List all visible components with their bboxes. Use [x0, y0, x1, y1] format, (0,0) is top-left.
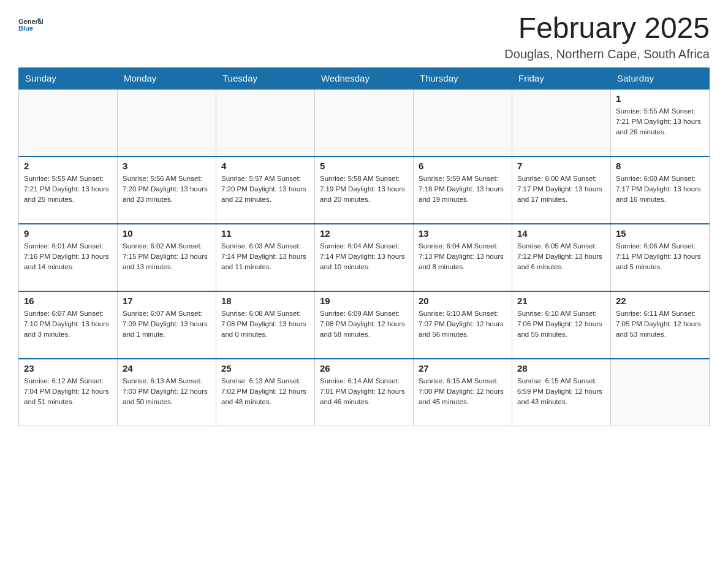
day-number: 10 — [123, 228, 211, 239]
logo: General Blue — [18, 12, 43, 37]
day-number: 6 — [419, 161, 507, 171]
calendar-cell: 20Sunrise: 6:10 AM Sunset: 7:07 PM Dayli… — [414, 291, 512, 359]
day-number: 1 — [616, 93, 704, 104]
calendar-cell: 13Sunrise: 6:04 AM Sunset: 7:13 PM Dayli… — [414, 224, 512, 291]
calendar-week-row: 9Sunrise: 6:01 AM Sunset: 7:16 PM Daylig… — [19, 224, 710, 291]
calendar-cell: 27Sunrise: 6:15 AM Sunset: 7:00 PM Dayli… — [414, 359, 512, 426]
day-number: 24 — [123, 363, 211, 373]
calendar-day-header: Saturday — [611, 67, 710, 89]
day-info: Sunrise: 6:15 AM Sunset: 6:59 PM Dayligh… — [517, 376, 605, 408]
calendar-cell: 12Sunrise: 6:04 AM Sunset: 7:14 PM Dayli… — [315, 224, 414, 291]
calendar-header-row: SundayMondayTuesdayWednesdayThursdayFrid… — [19, 67, 710, 89]
day-info: Sunrise: 6:04 AM Sunset: 7:13 PM Dayligh… — [419, 241, 507, 273]
month-title: February 2025 — [504, 12, 710, 45]
day-number: 21 — [517, 296, 605, 306]
day-number: 28 — [517, 363, 605, 373]
day-info: Sunrise: 6:00 AM Sunset: 7:17 PM Dayligh… — [517, 174, 605, 205]
day-info: Sunrise: 6:07 AM Sunset: 7:09 PM Dayligh… — [123, 308, 211, 340]
day-info: Sunrise: 6:05 AM Sunset: 7:12 PM Dayligh… — [517, 241, 605, 273]
day-info: Sunrise: 6:13 AM Sunset: 7:02 PM Dayligh… — [221, 376, 309, 408]
day-number: 7 — [517, 161, 605, 171]
day-info: Sunrise: 6:12 AM Sunset: 7:04 PM Dayligh… — [24, 376, 112, 408]
calendar-day-header: Tuesday — [216, 67, 315, 89]
day-info: Sunrise: 5:55 AM Sunset: 7:21 PM Dayligh… — [24, 174, 112, 205]
calendar-day-header: Wednesday — [315, 67, 414, 89]
calendar-cell: 11Sunrise: 6:03 AM Sunset: 7:14 PM Dayli… — [216, 224, 315, 291]
calendar-cell: 24Sunrise: 6:13 AM Sunset: 7:03 PM Dayli… — [118, 359, 216, 426]
calendar-table: SundayMondayTuesdayWednesdayThursdayFrid… — [18, 67, 710, 427]
calendar-cell — [315, 89, 414, 156]
calendar-cell: 5Sunrise: 5:58 AM Sunset: 7:19 PM Daylig… — [315, 156, 414, 224]
calendar-cell: 6Sunrise: 5:59 AM Sunset: 7:18 PM Daylig… — [414, 156, 512, 224]
calendar-cell — [19, 89, 118, 156]
calendar-cell: 9Sunrise: 6:01 AM Sunset: 7:16 PM Daylig… — [19, 224, 118, 291]
day-info: Sunrise: 6:02 AM Sunset: 7:15 PM Dayligh… — [123, 241, 211, 273]
calendar-cell: 26Sunrise: 6:14 AM Sunset: 7:01 PM Dayli… — [315, 359, 414, 426]
day-info: Sunrise: 6:03 AM Sunset: 7:14 PM Dayligh… — [221, 241, 309, 273]
day-info: Sunrise: 6:10 AM Sunset: 7:06 PM Dayligh… — [517, 308, 605, 340]
calendar-cell: 1Sunrise: 5:55 AM Sunset: 7:21 PM Daylig… — [611, 89, 710, 156]
calendar-cell: 22Sunrise: 6:11 AM Sunset: 7:05 PM Dayli… — [611, 291, 710, 359]
day-info: Sunrise: 5:56 AM Sunset: 7:20 PM Dayligh… — [123, 174, 211, 205]
calendar-cell: 8Sunrise: 6:00 AM Sunset: 7:17 PM Daylig… — [611, 156, 710, 224]
page-header: General Blue February 2025 Douglas, Nort… — [18, 12, 710, 61]
day-info: Sunrise: 6:07 AM Sunset: 7:10 PM Dayligh… — [24, 308, 112, 340]
logo-svg: General Blue — [18, 12, 43, 37]
day-info: Sunrise: 5:55 AM Sunset: 7:21 PM Dayligh… — [616, 106, 704, 138]
day-info: Sunrise: 6:15 AM Sunset: 7:00 PM Dayligh… — [419, 376, 507, 408]
day-number: 12 — [320, 228, 408, 239]
day-number: 5 — [320, 161, 408, 171]
day-number: 15 — [616, 228, 704, 239]
day-info: Sunrise: 6:04 AM Sunset: 7:14 PM Dayligh… — [320, 241, 408, 273]
day-info: Sunrise: 6:14 AM Sunset: 7:01 PM Dayligh… — [320, 376, 408, 408]
day-info: Sunrise: 6:09 AM Sunset: 7:08 PM Dayligh… — [320, 308, 408, 340]
day-number: 4 — [221, 161, 309, 171]
calendar-cell: 21Sunrise: 6:10 AM Sunset: 7:06 PM Dayli… — [512, 291, 611, 359]
calendar-cell: 16Sunrise: 6:07 AM Sunset: 7:10 PM Dayli… — [19, 291, 118, 359]
calendar-week-row: 23Sunrise: 6:12 AM Sunset: 7:04 PM Dayli… — [19, 359, 710, 426]
calendar-cell: 7Sunrise: 6:00 AM Sunset: 7:17 PM Daylig… — [512, 156, 611, 224]
calendar-day-header: Monday — [118, 67, 216, 89]
day-info: Sunrise: 5:59 AM Sunset: 7:18 PM Dayligh… — [419, 174, 507, 205]
calendar-week-row: 1Sunrise: 5:55 AM Sunset: 7:21 PM Daylig… — [19, 89, 710, 156]
day-number: 16 — [24, 296, 112, 306]
svg-text:Blue: Blue — [18, 25, 33, 32]
day-number: 2 — [24, 161, 112, 171]
day-number: 19 — [320, 296, 408, 306]
calendar-cell: 19Sunrise: 6:09 AM Sunset: 7:08 PM Dayli… — [315, 291, 414, 359]
day-info: Sunrise: 6:11 AM Sunset: 7:05 PM Dayligh… — [616, 308, 704, 340]
calendar-cell: 28Sunrise: 6:15 AM Sunset: 6:59 PM Dayli… — [512, 359, 611, 426]
day-info: Sunrise: 6:06 AM Sunset: 7:11 PM Dayligh… — [616, 241, 704, 273]
day-number: 25 — [221, 363, 309, 373]
calendar-cell: 2Sunrise: 5:55 AM Sunset: 7:21 PM Daylig… — [19, 156, 118, 224]
day-number: 13 — [419, 228, 507, 239]
calendar-cell — [512, 89, 611, 156]
calendar-cell: 15Sunrise: 6:06 AM Sunset: 7:11 PM Dayli… — [611, 224, 710, 291]
calendar-day-header: Sunday — [19, 67, 118, 89]
title-section: February 2025 Douglas, Northern Cape, So… — [504, 12, 710, 61]
calendar-day-header: Friday — [512, 67, 611, 89]
calendar-cell: 17Sunrise: 6:07 AM Sunset: 7:09 PM Dayli… — [118, 291, 216, 359]
day-number: 27 — [419, 363, 507, 373]
calendar-week-row: 2Sunrise: 5:55 AM Sunset: 7:21 PM Daylig… — [19, 156, 710, 224]
day-info: Sunrise: 6:08 AM Sunset: 7:08 PM Dayligh… — [221, 308, 309, 340]
calendar-cell: 10Sunrise: 6:02 AM Sunset: 7:15 PM Dayli… — [118, 224, 216, 291]
calendar-cell: 4Sunrise: 5:57 AM Sunset: 7:20 PM Daylig… — [216, 156, 315, 224]
location-title: Douglas, Northern Cape, South Africa — [504, 47, 710, 61]
day-info: Sunrise: 5:57 AM Sunset: 7:20 PM Dayligh… — [221, 174, 309, 205]
calendar-cell: 23Sunrise: 6:12 AM Sunset: 7:04 PM Dayli… — [19, 359, 118, 426]
day-number: 20 — [419, 296, 507, 306]
day-info: Sunrise: 6:00 AM Sunset: 7:17 PM Dayligh… — [616, 174, 704, 205]
day-number: 3 — [123, 161, 211, 171]
day-info: Sunrise: 5:58 AM Sunset: 7:19 PM Dayligh… — [320, 174, 408, 205]
calendar-cell — [216, 89, 315, 156]
day-number: 17 — [123, 296, 211, 306]
day-info: Sunrise: 6:13 AM Sunset: 7:03 PM Dayligh… — [123, 376, 211, 408]
day-number: 8 — [616, 161, 704, 171]
day-number: 26 — [320, 363, 408, 373]
calendar-cell: 18Sunrise: 6:08 AM Sunset: 7:08 PM Dayli… — [216, 291, 315, 359]
day-number: 14 — [517, 228, 605, 239]
day-info: Sunrise: 6:01 AM Sunset: 7:16 PM Dayligh… — [24, 241, 112, 273]
calendar-cell: 14Sunrise: 6:05 AM Sunset: 7:12 PM Dayli… — [512, 224, 611, 291]
calendar-day-header: Thursday — [414, 67, 512, 89]
